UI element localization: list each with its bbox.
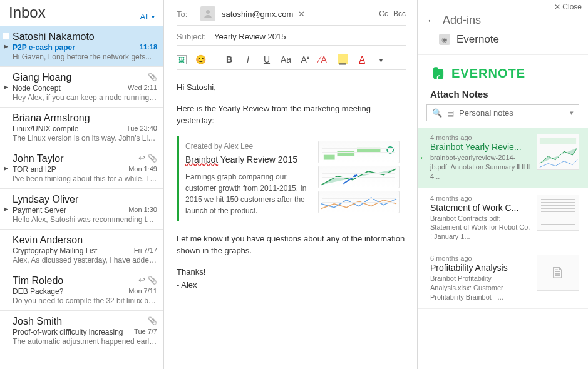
svg-marker-5 [354, 174, 357, 178]
more-format-icon[interactable]: ▾ [376, 54, 386, 64]
inbox-title: Inbox [9, 4, 46, 21]
addin-app-name: Evernote [456, 33, 499, 46]
note-title: Profitability Analysis [430, 263, 530, 273]
thread-expand-icon[interactable]: ▶ [4, 206, 8, 212]
note-info: 4 months agoStatement of Work C...Brainb… [430, 195, 530, 242]
message-subject: TOR and I2P [13, 165, 56, 174]
note-info: 4 months agoBrainbot Yearly Revie...brai… [430, 134, 530, 181]
note-meta: Brainbot Profitability Analysis.xlsx: Cu… [430, 274, 530, 302]
chevron-down-icon: ▾ [570, 109, 574, 117]
bold-button[interactable]: B [224, 54, 234, 64]
message-subject: DEB Package? [13, 287, 63, 296]
svg-rect-6 [540, 138, 576, 144]
message-status-icons [148, 316, 157, 325]
highlight-button[interactable]: ▁ [338, 54, 348, 64]
remove-recipient-icon[interactable]: ✕ [297, 9, 306, 19]
svg-rect-2 [338, 151, 355, 156]
message-time: 11:18 [136, 43, 157, 52]
message-preview: The automatic adjustment happened earli … [13, 337, 157, 346]
thread-expand-icon[interactable]: ▶ [4, 165, 8, 171]
note-age: 6 months ago [430, 255, 530, 262]
emoji-icon[interactable]: 😊 [195, 54, 206, 64]
addins-title: Add-ins [443, 14, 481, 27]
message-subject: Proof-of-work difficulty increasing [13, 328, 123, 336]
close-addin-button[interactable]: ✕ Close [418, 0, 588, 13]
inbox-pane: Inbox All ▾ ▶Satoshi NakamotoP2P e-cash … [0, 0, 164, 369]
svg-rect-3 [357, 147, 380, 152]
thread-expand-icon[interactable]: ▶ [4, 43, 8, 49]
insert-image-icon[interactable]: 🖼 [177, 55, 187, 64]
evernote-logo-icon [430, 65, 446, 81]
superscript-button[interactable]: A▴ [300, 54, 310, 64]
to-row: To: satoshin@gmx.com ✕ Cc Bcc [177, 6, 406, 26]
font-size-button[interactable]: Aa [281, 54, 291, 64]
message-sender: Satoshi Nakamoto [13, 31, 157, 43]
message-status-icons [138, 275, 157, 285]
thread-expand-icon[interactable]: ▶ [4, 84, 8, 90]
close-icon: ✕ [554, 3, 560, 11]
compose-body[interactable]: Hi Satoshi, Here is the Yearly Review fr… [177, 81, 406, 291]
clear-format-button[interactable]: A⁄ [319, 54, 329, 64]
body-intro: Here is the Yearly Review from the marke… [177, 103, 406, 127]
embedded-note-text: Created by Alex Lee Brainbot Yearly Revi… [185, 141, 311, 216]
message-item[interactable]: ▶Lyndsay OliverPayment ServerMon 1:30Hel… [0, 189, 163, 230]
message-subject: Node Concept [13, 84, 61, 93]
body-thanks: Thanks! [177, 266, 406, 278]
body-greeting: Hi Satoshi, [177, 81, 406, 94]
message-preview: Do you need to compile the 32 bit linux … [13, 296, 157, 305]
back-icon[interactable]: ← [426, 15, 436, 26]
message-preview: The Linux version is on its way. John's … [13, 134, 157, 143]
chevron-down-icon: ▾ [152, 13, 155, 20]
message-subject: P2P e-cash paper [13, 43, 75, 52]
message-item[interactable]: Kevin AndersonCryptography Mailing ListF… [0, 230, 163, 270]
app-root: Inbox All ▾ ▶Satoshi NakamotoP2P e-cash … [0, 0, 588, 369]
notebook-selector[interactable]: 🔍 ▤ Personal notes ▾ [426, 104, 579, 121]
message-item[interactable]: ▶Satoshi NakamotoP2P e-cash paper11:18Hi… [0, 26, 163, 67]
note-thumbnail: 🗎 [537, 255, 579, 291]
message-item[interactable]: Tim RoledoDEB Package?Mon 7/11Do you nee… [0, 270, 163, 311]
message-item[interactable]: Josh SmithProof-of-work difficulty incre… [0, 311, 163, 351]
message-checkbox[interactable] [3, 33, 9, 39]
message-preview: Hi Gaven, Long before the network gets..… [13, 53, 157, 61]
message-item[interactable]: ▶Giang HoangNode ConceptWed 2:11Hey Alex… [0, 67, 163, 108]
message-subject: Cryptography Mailing List [13, 246, 97, 255]
format-toolbar: 🖼 😊 B I U Aa A▴ A⁄ ▁ A ▾ [177, 54, 406, 70]
notebook-selected: Personal notes [459, 108, 565, 118]
bcc-button[interactable]: Bcc [393, 9, 406, 18]
message-preview: I've been thinking about this for a whil… [13, 174, 157, 183]
note-card[interactable]: 4 months agoStatement of Work C...Brainb… [418, 188, 588, 249]
message-sender: Briana Armstrong [13, 113, 157, 124]
embedded-note[interactable]: Created by Alex Lee Brainbot Yearly Revi… [177, 136, 406, 221]
font-color-button[interactable]: A [357, 54, 367, 64]
addin-pane: ✕ Close ← Add-ins ◉ Evernote EVERNOTE At… [418, 0, 588, 369]
message-preview: Hello Alex, Satoshi was recommending th … [13, 215, 157, 224]
evernote-small-icon: ◉ [439, 34, 450, 45]
cc-bcc-group: Cc Bcc [379, 9, 406, 18]
to-label: To: [177, 9, 194, 19]
message-subject: Payment Server [13, 206, 66, 215]
note-age: 4 months ago [430, 195, 530, 202]
body-outro: Let me know if you have questions about … [177, 233, 406, 257]
note-card[interactable]: ←4 months agoBrainbot Yearly Revie...bra… [418, 128, 588, 188]
message-time: Mon 1:30 [125, 206, 157, 215]
recipient-chip[interactable]: satoshin@gmx.com ✕ [222, 9, 306, 19]
embedded-note-desc: Earnings graph comparing our customer gr… [185, 171, 311, 216]
insert-note-icon[interactable]: ← [419, 153, 428, 163]
underline-button[interactable]: U [262, 54, 272, 64]
attachment-icon [148, 316, 157, 325]
addin-app-row[interactable]: ◉ Evernote [418, 32, 588, 55]
attachment-icon [148, 153, 157, 163]
message-list: ▶Satoshi NakamotoP2P e-cash paper11:18Hi… [0, 26, 163, 369]
cc-button[interactable]: Cc [379, 9, 388, 18]
message-item[interactable]: Briana ArmstrongLinux/UNIX compileTue 23… [0, 108, 163, 148]
note-card[interactable]: 6 months agoProfitability AnalysisBrainb… [418, 248, 588, 309]
notes-list: ←4 months agoBrainbot Yearly Revie...bra… [418, 128, 588, 369]
message-time: Wed 2:11 [124, 84, 157, 93]
inbox-filter-dropdown[interactable]: All ▾ [140, 12, 155, 21]
subject-input[interactable]: Yearly Review 2015 [214, 32, 286, 41]
recipient-avatar-icon [200, 6, 215, 21]
recipient-email: satoshin@gmx.com [222, 9, 293, 19]
message-preview: Alex, As dicussed yesterday, I have adde… [13, 256, 157, 265]
italic-button[interactable]: I [243, 54, 253, 64]
message-item[interactable]: ▶John TaylorTOR and I2PMon 1:49I've been… [0, 148, 163, 189]
